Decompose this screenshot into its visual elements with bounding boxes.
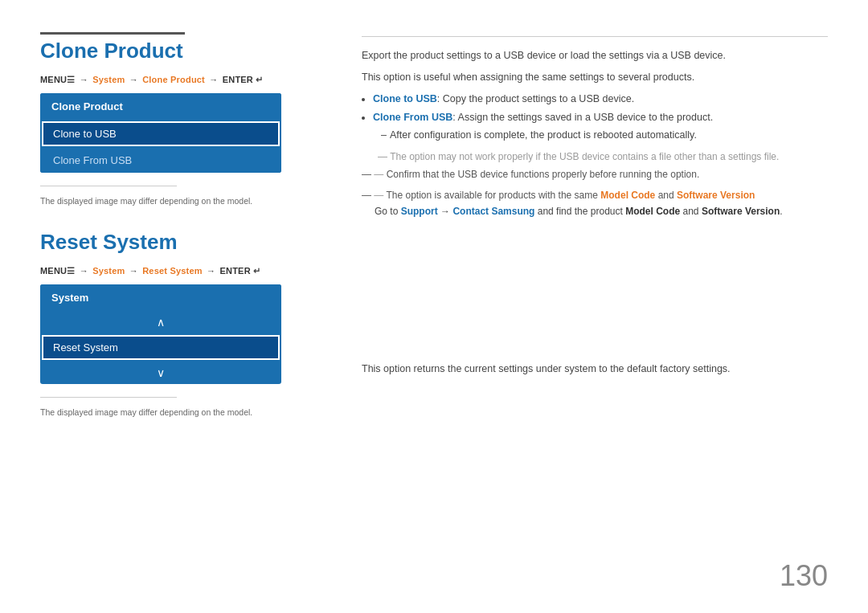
software-version2-term: Software Version [702,206,780,217]
system-panel: System ∧ Reset System ∨ [40,284,281,384]
clone-from-usb-term: Clone From USB [373,112,452,123]
reset-system-title: Reset System [40,230,321,255]
clone-product-right: Export the product settings to a USB dev… [362,48,828,217]
system-link: System [92,75,125,84]
up-arrow-btn[interactable]: ∧ [40,311,281,333]
left-column: Clone Product MENU☰ → System → Clone Pro… [40,32,346,589]
reset-divider [40,397,177,398]
arrow-r1: → [80,266,88,276]
dash-prefix: — [374,169,386,180]
go-to-support: Go to Support → Contact Samsung and find… [375,206,828,217]
and2: and [683,206,699,217]
clone-product-panel: Clone Product Clone to USB Clone From US… [40,93,281,173]
reset-system-item[interactable]: Reset System [42,335,280,360]
system-link2: System [92,266,125,276]
and1: and [658,190,674,201]
enter-label: ENTER [223,75,253,84]
clone-to-usb-item[interactable]: Clone to USB [42,121,280,146]
contact-samsung-term: Contact Samsung [452,206,534,217]
reset-system-right: This option returns the current settings… [362,362,828,377]
down-arrow-btn[interactable]: ∨ [40,362,281,384]
arrow1: → [80,75,88,84]
page-number: 130 [780,559,828,593]
sub-note-reboot-text: After configuration is complete, the pro… [390,129,697,141]
clone-product-breadcrumb: MENU☰ → System → Clone Product → ENTER ↵ [40,75,321,85]
clone-to-usb-term: Clone to USB [373,93,437,104]
bullet-clone-to-usb: Clone to USB: Copy the product settings … [373,92,828,107]
reset-system-section: Reset System MENU☰ → System → Reset Syst… [40,230,321,417]
menu-label2: MENU [40,266,67,276]
clone-from-usb-item[interactable]: Clone From USB [40,148,281,173]
avail-note-text: The option is available for products wit… [386,190,597,201]
clone-to-usb-rest: : Copy the product settings to a USB dev… [437,93,634,104]
clone-from-usb-rest: : Assign the settings saved in a USB dev… [452,112,713,123]
dash-prefix2: — [374,190,386,201]
support-term: Support [401,206,438,217]
system-panel-header: System [40,284,281,311]
model-code-term: Model Code [600,190,655,201]
reset-desc: This option returns the current settings… [362,362,828,377]
bullet-clone-from-usb: Clone From USB: Assign the settings save… [373,110,828,143]
clone-product-section: Clone Product MENU☰ → System → Clone Pro… [40,39,321,206]
goto-text: Go to [375,206,398,217]
period: . [780,206,782,217]
clone-bullet-list: Clone to USB: Copy the product settings … [373,92,828,143]
clone-divider [40,186,177,186]
clone-product-title: Clone Product [40,39,321,63]
arrow-r3: → [207,266,215,276]
reset-note: The displayed image may differ depending… [40,407,321,417]
top-bar-dark [40,32,185,35]
arrow-r2: → [129,266,138,276]
arrow3: → [209,75,218,84]
enter-label2: ENTER [220,266,251,276]
clone-product-link: Clone Product [142,75,205,84]
clone-note: The displayed image may differ depending… [40,196,321,206]
enter-icon: ↵ [256,75,263,84]
right-top-line [362,36,828,37]
dash-note1: The option may not work properly if the … [378,149,828,164]
software-version-term: Software Version [677,190,755,201]
menu-icon: ☰ [67,75,75,84]
dash-note2: — Confirm that the USB device functions … [362,167,828,182]
menu-label: MENU [40,75,67,84]
reset-system-breadcrumb: MENU☰ → System → Reset System → ENTER ↵ [40,266,321,276]
dash-note2-text: Confirm that the USB device functions pr… [387,169,700,180]
clone-desc1: Export the product settings to a USB dev… [362,48,828,63]
menu-icon2: ☰ [67,266,75,276]
find-text: and find the product [538,206,623,217]
enter-icon2: ↵ [253,266,260,276]
arrow2: → [129,75,138,84]
top-decorative [40,32,321,35]
right-column: Export the product settings to a USB dev… [346,32,828,589]
clone-product-panel-header: Clone Product [40,93,281,120]
model-code2-term: Model Code [625,206,680,217]
reset-system-link: Reset System [142,266,203,276]
clone-desc2: This option is useful when assigning the… [362,70,828,85]
sub-note-reboot: –After configuration is complete, the pr… [381,128,828,143]
arrow4: → [440,206,450,217]
avail-note: — The option is available for products w… [362,188,828,202]
system-panel-arrows: ∧ Reset System ∨ [40,311,281,384]
